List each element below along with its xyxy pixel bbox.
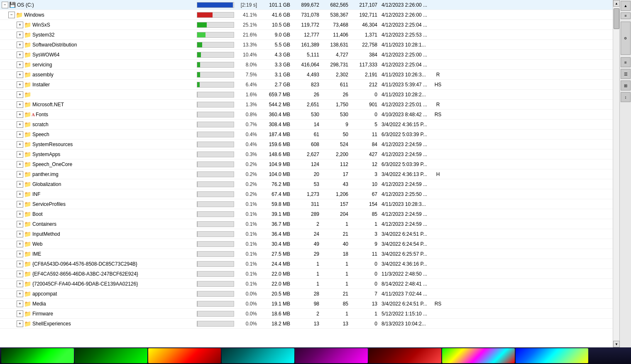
taskbar-item[interactable] [75,348,147,363]
expand-button[interactable]: + [17,111,23,118]
expand-button[interactable]: + [17,121,23,128]
table-row[interactable]: + 📁 Web 0.1% 30.4 MB 49 40 9 3/4/2022 6:… [0,239,631,249]
scroll-thumb[interactable] [614,8,619,29]
table-row[interactable]: − 💾 OS (C:) [2:19 s] 101.1 GB 899,672 68… [0,0,631,10]
panel-btn-4[interactable]: ≡ [621,57,631,67]
table-row[interactable]: + 📁 Speech_OneCore 0.2% 104.9 MB 124 112… [0,159,631,169]
expand-button[interactable]: + [17,181,23,188]
expand-button[interactable]: + [17,81,23,88]
expand-button[interactable]: + [17,300,23,307]
expand-button[interactable]: + [17,310,23,317]
table-row[interactable]: + 📁 Globalization 0.2% 76.2 MB 53 43 10 … [0,179,631,189]
table-row[interactable]: + 📁 Media 0.0% 19.1 MB 98 85 13 3/4/2022… [0,299,631,309]
date-col: 4/11/2023 5:39:47 ... [380,82,430,88]
pct-col: 1.6% [237,92,259,98]
file-tree[interactable]: − 💾 OS (C:) [2:19 s] 101.1 GB 899,672 68… [0,0,631,347]
name-col: + 📁 SystemResources [0,141,195,148]
table-row[interactable]: + 📁 ServiceProfiles 0.1% 59.8 MB 311 157… [0,199,631,209]
table-row[interactable]: − 📁 Windows 41.1% 41.6 GB 731,078 538,36… [0,10,631,20]
table-row[interactable]: + 📁 Containers 0.1% 36.7 MB 2 1 1 4/12/2… [0,219,631,229]
table-row[interactable]: + 📁 appcompat 0.0% 20.5 MB 28 21 7 4/11/… [0,289,631,299]
taskbar-item[interactable] [148,348,221,363]
scrollbar[interactable]: ▲ ▼ [613,0,619,347]
panel-btn-5[interactable]: ☰ [621,69,631,79]
scroll-up[interactable]: ▲ [613,0,620,7]
usage-bar [197,102,234,107]
expand-button[interactable]: + [17,171,23,178]
expand-button[interactable]: + [17,201,23,208]
pct-col: 41.1% [237,12,259,18]
table-row[interactable]: + 📁 {EF4CA592-8656-46D8-A3BC-247BCF62E92… [0,269,631,279]
expand-button[interactable]: + [17,32,23,38]
table-row[interactable]: + 📁 SysWOW64 10.4% 4.3 GB 5,111 4,727 38… [0,50,631,60]
expand-button[interactable]: + [17,231,23,237]
table-row[interactable]: + 📁 {720045CF-FA40-44D6-9DAB-CE139AA0212… [0,279,631,289]
table-row[interactable]: + 📁 {CF8A543D-0964-4576-8508-DC85C73C294… [0,259,631,269]
bar-col [195,261,237,267]
expand-button[interactable]: + [17,141,23,148]
table-row[interactable]: + 📁 Speech 0.4% 187.4 MB 61 50 11 6/3/20… [0,129,631,139]
table-row[interactable]: + 📁A Fonts 0.8% 360.4 MB 530 530 0 4/10/… [0,110,631,120]
expand-button[interactable]: + [17,281,23,287]
table-row[interactable]: + 📁 Firmware 0.0% 18.6 MB 2 1 1 5/12/202… [0,309,631,319]
taskbar-item[interactable] [369,348,441,363]
bar-col [195,52,237,58]
date-col: 4/12/2023 2:25:00 ... [380,52,430,58]
expand-button[interactable]: + [17,221,23,227]
expand-button[interactable]: + [17,91,23,98]
expand-button[interactable]: + [17,131,23,138]
unknown-col: 22,758 [351,42,380,48]
table-row[interactable]: + 📁 ShellExperiences 0.0% 18.2 MB 13 13 … [0,319,631,329]
panel-btn-3[interactable]: ⚙ [621,22,631,55]
table-row[interactable]: + 📁 panther.img 0.2% 104.0 MB 20 17 3 3/… [0,169,631,179]
table-row[interactable]: + 📁 WinSxS 25.1% 10.5 GB 119,772 73,468 … [0,20,631,30]
expand-button[interactable]: + [17,251,23,257]
taskbar-item[interactable] [222,348,294,363]
table-row[interactable]: + 📁 IME 0.1% 27.5 MB 29 18 11 3/4/2022 6… [0,249,631,259]
expand-button[interactable]: + [17,71,23,78]
folder-icon: 📁 [24,231,31,237]
taskbar-item[interactable] [1,348,74,363]
table-row[interactable]: + 📁 servicing 8.0% 3.3 GB 416,064 298,73… [0,60,631,70]
table-row[interactable]: + 📁 INF 0.2% 67.4 MB 1,273 1,206 67 4/12… [0,189,631,199]
expand-button[interactable]: + [17,191,23,198]
table-row[interactable]: + 📁 1.6% 659.7 MB 26 26 0 4/11/2023 10:2… [0,90,631,100]
name-col: + 📁 assembly [0,71,195,78]
table-row[interactable]: + 📁 Microsoft.NET 1.3% 544.2 MB 2,651 1,… [0,100,631,110]
taskbar-item[interactable] [442,348,515,363]
expand-button[interactable]: + [17,101,23,108]
expand-button[interactable]: + [17,211,23,217]
table-row[interactable]: + 📁 SoftwareDistribution 13.3% 5.5 GB 16… [0,40,631,50]
expand-button[interactable]: + [17,241,23,247]
folder-icon: 📁 [24,320,31,327]
panel-btn-7[interactable]: ↕ [621,92,631,102]
table-row[interactable]: + 📁 InputMethod 0.1% 36.4 MB 24 21 3 3/4… [0,229,631,239]
table-row[interactable]: + 📁 assembly 7.5% 3.1 GB 4,493 2,302 2,1… [0,70,631,80]
table-row[interactable]: + 📁 Installer 6.4% 2.7 GB 823 611 212 4/… [0,80,631,90]
expand-button[interactable]: + [17,61,23,68]
name-col: + 📁 INF [0,191,195,198]
table-row[interactable]: + 📁 scratch 0.7% 308.4 MB 14 9 5 3/4/202… [0,120,631,129]
expand-button[interactable]: + [17,291,23,297]
taskbar-item[interactable] [516,348,588,363]
table-row[interactable]: + 📁 System32 21.6% 9.0 GB 12,777 11,406 … [0,30,631,40]
expand-button[interactable]: + [17,320,23,327]
expand-button[interactable]: + [17,261,23,267]
panel-btn-6[interactable]: ⊞ [621,81,631,90]
panel-btn-1[interactable]: ▲ [621,1,631,11]
expand-button[interactable]: − [2,2,8,8]
scroll-down[interactable]: ▼ [613,341,620,347]
taskbar-item[interactable] [295,348,368,363]
expand-button[interactable]: + [17,161,23,168]
expand-button[interactable]: + [17,271,23,277]
panel-btn-2[interactable]: ≡ [621,12,631,19]
files-col: 161,389 [293,42,322,48]
table-row[interactable]: + 📁 Boot 0.1% 39.1 MB 289 204 85 4/12/20… [0,209,631,219]
expand-button[interactable]: + [17,22,23,28]
expand-button[interactable]: + [17,51,23,58]
expand-button[interactable]: + [17,151,23,158]
expand-button[interactable]: + [17,42,23,48]
table-row[interactable]: + 📁 SystemResources 0.4% 159.6 MB 608 52… [0,139,631,149]
expand-button[interactable]: − [8,12,15,18]
table-row[interactable]: + 📁 SystemApps 0.3% 148.6 MB 2,627 2,200… [0,149,631,159]
